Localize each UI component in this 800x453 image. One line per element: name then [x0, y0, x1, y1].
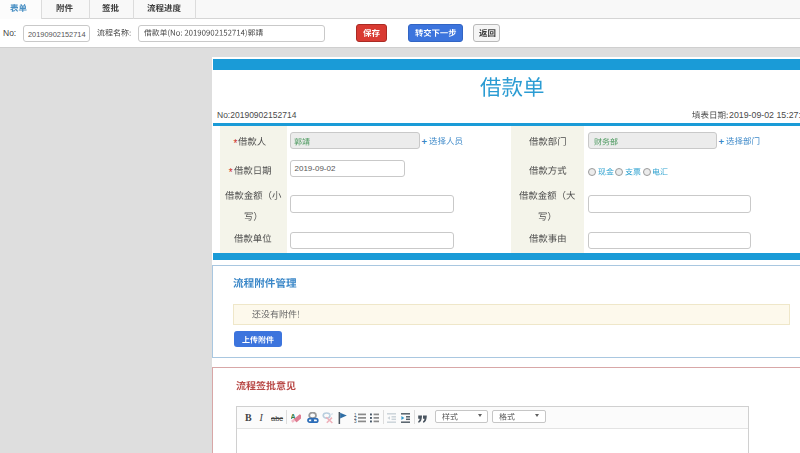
svg-text:3: 3 [354, 419, 357, 423]
